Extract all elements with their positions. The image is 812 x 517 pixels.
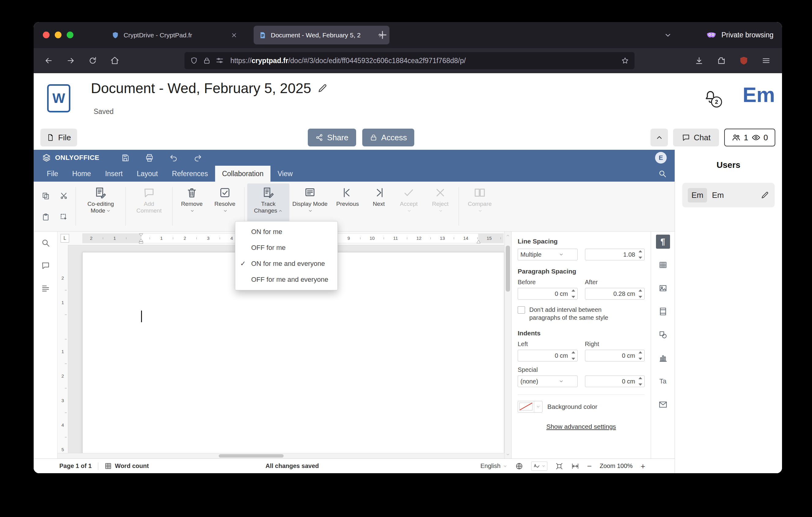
comments-panel-icon[interactable]	[41, 261, 50, 270]
zoom-level[interactable]: Zoom 100%	[600, 462, 633, 469]
special-select[interactable]: (none)	[518, 376, 578, 387]
print-button[interactable]	[145, 154, 154, 162]
table-settings-tab[interactable]	[656, 258, 670, 272]
vertical-scrollbar[interactable]	[504, 232, 511, 459]
text-art-settings-tab[interactable]: Ta	[656, 374, 670, 388]
file-button[interactable]: File	[40, 129, 77, 146]
language-selector[interactable]: English	[480, 462, 507, 469]
list-tabs-chevron-icon[interactable]	[664, 31, 672, 39]
vertical-scroll-thumb[interactable]	[506, 246, 510, 292]
indent-marker-left[interactable]	[139, 233, 144, 244]
document-header: W Document - Wed, February 5, 2025 Saved…	[34, 73, 782, 125]
undo-button[interactable]	[169, 154, 178, 162]
horizontal-scrollbar[interactable]	[58, 453, 504, 459]
track-changes-menu-item[interactable]: ✓ OFF for me and everyone	[235, 272, 338, 288]
zoom-out-button[interactable]: −	[587, 462, 592, 470]
notifications-bell[interactable]: 2	[703, 89, 719, 106]
permissions-icon[interactable]	[216, 57, 224, 65]
participants-button[interactable]: 1 0	[724, 129, 775, 146]
copy-icon[interactable]	[41, 192, 50, 200]
downloads-button[interactable]	[695, 56, 704, 65]
remove-comment-button[interactable]: Remove	[175, 184, 208, 229]
special-spinner[interactable]: 0 cm	[585, 376, 645, 387]
select-all-icon[interactable]	[60, 213, 68, 221]
maximize-window-button[interactable]	[67, 31, 74, 38]
line-spacing-spinner[interactable]: 1.08	[585, 249, 645, 260]
next-change-button[interactable]: Next	[365, 184, 393, 229]
scroll-up-icon[interactable]	[506, 234, 510, 238]
save-button[interactable]	[121, 154, 130, 162]
image-settings-tab[interactable]	[656, 281, 670, 295]
page-indicator[interactable]: Page 1 of 1	[59, 462, 92, 469]
line-spacing-select[interactable]: Multiple	[518, 249, 578, 260]
editor-menu-tab[interactable]: Insert	[98, 166, 130, 182]
spacing-after-spinner[interactable]: 0.28 cm	[585, 288, 645, 300]
indent-right-spinner[interactable]: 0 cm	[585, 350, 645, 361]
new-tab-button[interactable]	[376, 29, 388, 41]
header-footer-settings-tab[interactable]	[656, 304, 670, 319]
close-window-button[interactable]	[43, 31, 50, 38]
fit-width-icon[interactable]	[571, 462, 579, 470]
advanced-settings-link[interactable]: Show advanced settings	[518, 423, 645, 430]
cut-icon[interactable]	[60, 192, 68, 200]
editor-menu-tab[interactable]: Collaboration	[215, 166, 271, 182]
spellcheck-toggle[interactable]	[531, 462, 547, 471]
indent-marker-right[interactable]	[476, 240, 481, 244]
extensions-button[interactable]	[717, 56, 726, 65]
editor-menu-tab[interactable]: Layout	[130, 166, 165, 182]
find-icon[interactable]	[41, 238, 50, 247]
background-color-picker[interactable]	[518, 401, 543, 413]
mail-merge-tab[interactable]	[656, 398, 670, 412]
paragraph-settings-tab[interactable]: ¶	[656, 235, 670, 249]
left-tool-rail	[34, 232, 58, 459]
track-changes-menu-item[interactable]: ✓ OFF for me	[235, 240, 338, 256]
edit-name-pencil-icon[interactable]	[761, 191, 769, 199]
close-tab-icon[interactable]	[231, 32, 237, 38]
indent-left-spinner[interactable]: 0 cm	[518, 350, 578, 361]
spacing-before-spinner[interactable]: 0 cm	[518, 288, 578, 300]
display-mode-icon	[304, 187, 316, 199]
redo-button[interactable]	[193, 154, 202, 162]
zoom-in-button[interactable]: +	[641, 462, 645, 470]
browser-tab-document[interactable]: Document - Wed, February 5, 2	[254, 26, 389, 45]
forward-button[interactable]	[66, 56, 75, 65]
share-button[interactable]: Share	[308, 129, 356, 146]
chat-button[interactable]: Chat	[673, 129, 719, 146]
navigation-headings-icon[interactable]	[41, 283, 50, 293]
set-language-icon[interactable]	[515, 462, 523, 470]
connection-secure-icon[interactable]	[203, 57, 211, 65]
rename-pencil-icon[interactable]	[317, 83, 328, 93]
collapse-toolbar-button[interactable]	[650, 129, 668, 146]
chart-settings-tab[interactable]	[656, 351, 670, 365]
scroll-down-icon[interactable]	[506, 452, 510, 457]
editor-menu-tab[interactable]: References	[165, 166, 215, 182]
minimize-window-button[interactable]	[55, 31, 61, 38]
shape-settings-tab[interactable]	[656, 328, 670, 342]
lock-icon	[370, 134, 378, 141]
paste-icon[interactable]	[41, 213, 50, 221]
editor-search-icon[interactable]	[658, 169, 667, 178]
url-bar[interactable]: https://cryptpad.fr/doc/#/3/doc/edit/ff0…	[184, 52, 635, 69]
word-count-button[interactable]: Word count	[104, 462, 149, 470]
fit-page-icon[interactable]	[555, 462, 563, 470]
app-menu-button[interactable]	[761, 56, 771, 65]
bookmark-star-icon[interactable]	[621, 57, 629, 65]
vertical-ruler[interactable]: 21123456	[58, 245, 68, 453]
ublock-origin-icon[interactable]	[739, 56, 748, 65]
horizontal-scroll-thumb[interactable]	[219, 454, 284, 458]
access-button[interactable]: Access	[362, 129, 414, 146]
coediting-mode-button[interactable]: Co-editing Mode	[79, 184, 123, 229]
browser-tab-cryptdrive[interactable]: CryptDrive - CryptPad.fr	[107, 26, 242, 45]
home-button[interactable]	[110, 56, 119, 65]
tracking-protection-icon[interactable]	[190, 57, 198, 65]
user-avatar[interactable]: Em	[743, 84, 775, 105]
reload-button[interactable]	[88, 56, 97, 65]
track-changes-menu-item[interactable]: ✓ ON for me	[235, 224, 338, 240]
editor-menu-tab[interactable]: Home	[65, 166, 98, 182]
editor-menu-tab[interactable]: File	[40, 166, 65, 182]
no-interval-checkbox[interactable]	[518, 306, 525, 314]
track-changes-menu-item[interactable]: ✓ ON for me and everyone	[235, 256, 338, 272]
editor-menu-tab[interactable]: View	[270, 166, 299, 182]
back-button[interactable]	[44, 56, 53, 65]
tab-stop-selector[interactable]: L	[61, 234, 69, 243]
